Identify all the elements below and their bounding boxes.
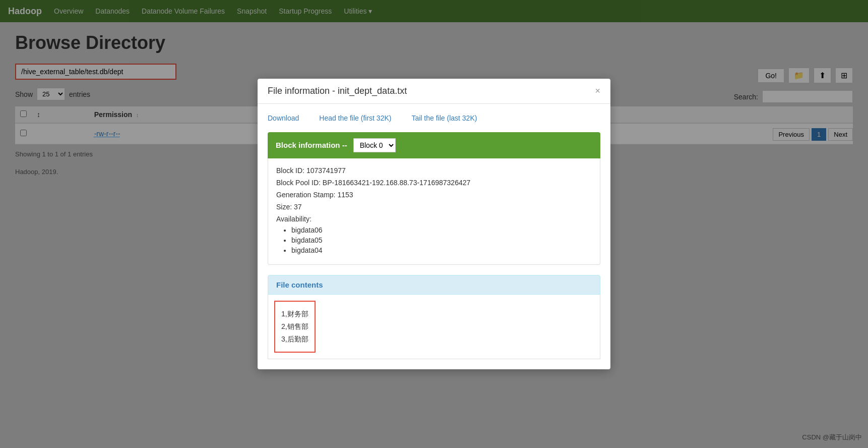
block-info-header: Block information -- Block 0 — [268, 132, 600, 158]
file-contents-section: File contents 1,财务部 2,销售部 3,后勤部 — [268, 275, 600, 360]
block-select[interactable]: Block 0 — [353, 138, 396, 152]
modal-overlay[interactable]: File information - init_dept_data.txt × … — [0, 0, 868, 448]
availability-item-2: bigdata04 — [291, 246, 592, 254]
availability-item-1: bigdata05 — [291, 236, 592, 244]
modal-title: File information - init_dept_data.txt — [268, 86, 407, 96]
modal-body: Download Head the file (first 32K) Tail … — [258, 104, 610, 370]
block-info-label: Block information -- — [276, 141, 347, 149]
file-line-2: 3,后勤部 — [281, 335, 308, 343]
modal-links: Download Head the file (first 32K) Tail … — [268, 114, 600, 122]
download-link[interactable]: Download — [268, 114, 299, 122]
file-contents-header: File contents — [268, 275, 600, 295]
head-file-link[interactable]: Head the file (first 32K) — [319, 114, 391, 122]
file-line-1: 2,销售部 — [281, 322, 308, 330]
block-info-body: Block ID: 1073741977 Block Pool ID: BP-1… — [268, 158, 600, 265]
file-line-0: 1,财务部 — [281, 310, 308, 318]
generation-stamp: Generation Stamp: 1153 — [276, 191, 592, 199]
block-info-section: Block information -- Block 0 Block ID: 1… — [268, 132, 600, 265]
modal-close-button[interactable]: × — [595, 86, 600, 95]
file-contents-text: 1,财务部 2,销售部 3,后勤部 — [274, 301, 316, 353]
availability-list: bigdata06 bigdata05 bigdata04 — [276, 226, 592, 254]
availability-section: Availability: bigdata06 bigdata05 bigdat… — [276, 215, 592, 254]
availability-label: Availability: — [276, 215, 592, 223]
block-size: Size: 37 — [276, 203, 592, 211]
modal-header: File information - init_dept_data.txt × — [258, 79, 610, 104]
file-contents-body: 1,财务部 2,销售部 3,后勤部 — [268, 295, 600, 360]
block-id: Block ID: 1073741977 — [276, 166, 592, 175]
tail-file-link[interactable]: Tail the file (last 32K) — [411, 114, 477, 122]
file-info-modal: File information - init_dept_data.txt × … — [258, 79, 610, 370]
availability-item-0: bigdata06 — [291, 226, 592, 234]
block-pool-id: Block Pool ID: BP-181663421-192.168.88.7… — [276, 179, 592, 187]
